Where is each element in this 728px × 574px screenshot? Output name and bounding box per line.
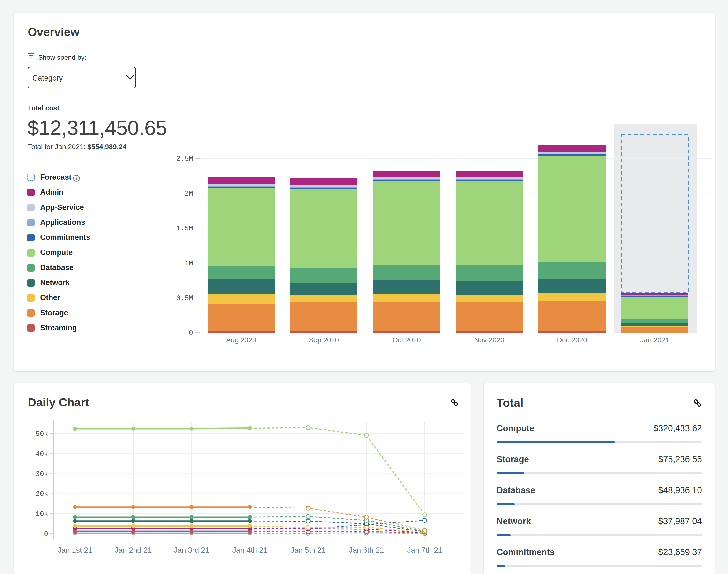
svg-text:1.5M: 1.5M [176,224,193,233]
svg-text:Jan 6th 21: Jan 6th 21 [349,546,384,555]
svg-text:Oct 2020: Oct 2020 [392,336,421,344]
svg-text:Jan 1st 21: Jan 1st 21 [57,546,92,555]
svg-text:2M: 2M [185,190,193,198]
svg-text:Jan 5th 21: Jan 5th 21 [291,546,326,555]
svg-text:0: 0 [44,530,48,538]
svg-text:2.5M: 2.5M [176,155,193,163]
svg-text:Jan 4th 21: Jan 4th 21 [233,546,268,555]
svg-text:Dec 2020: Dec 2020 [557,336,587,344]
svg-text:40k: 40k [36,450,48,458]
svg-text:Nov 2020: Nov 2020 [474,336,504,344]
svg-text:Jan 2021: Jan 2021 [640,336,669,344]
svg-text:Jan 7th 21: Jan 7th 21 [407,546,442,555]
svg-text:20k: 20k [36,490,48,498]
svg-text:Sep 2020: Sep 2020 [309,336,339,344]
svg-text:50k: 50k [36,430,48,438]
svg-text:30k: 30k [36,470,48,478]
svg-text:1M: 1M [185,260,193,268]
svg-text:0: 0 [189,329,193,337]
svg-text:10k: 10k [36,510,48,518]
svg-text:0.5M: 0.5M [176,294,193,302]
svg-text:Jan 3rd 21: Jan 3rd 21 [174,546,209,555]
svg-text:Jan 2nd 21: Jan 2nd 21 [115,546,152,555]
svg-text:Aug 2020: Aug 2020 [226,336,256,344]
